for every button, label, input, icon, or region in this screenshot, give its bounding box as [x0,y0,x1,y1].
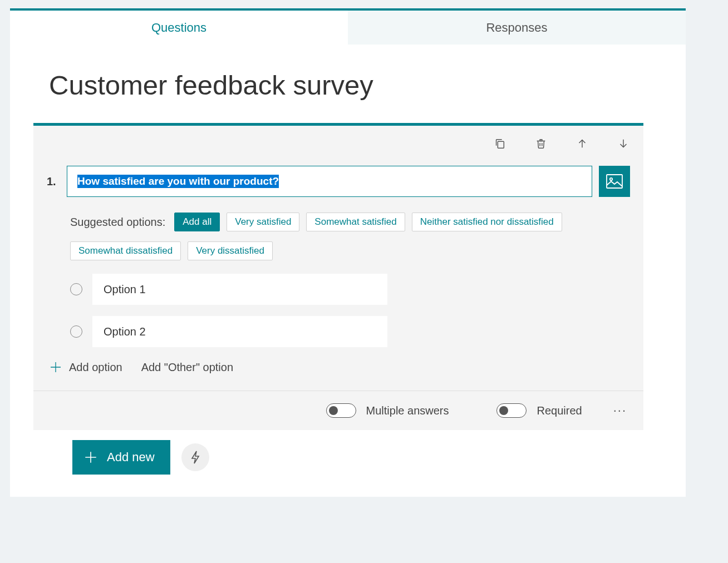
add-new-row: Add new [49,430,655,497]
lightning-icon [189,450,201,465]
add-option-label: Add option [69,361,122,374]
suggested-chip[interactable]: Somewhat dissatisfied [70,241,181,260]
delete-icon[interactable] [534,137,548,150]
required-toggle-group: Required [496,403,582,418]
image-icon [606,174,623,189]
question-footer: Multiple answers Required ··· [33,391,643,430]
multiple-answers-toggle[interactable] [326,403,356,418]
copy-icon[interactable] [493,137,506,150]
tab-questions[interactable]: Questions [10,11,348,45]
required-toggle[interactable] [496,403,527,418]
option-input[interactable]: Option 1 [92,274,387,305]
add-new-button[interactable]: Add new [72,440,170,475]
tab-bar: Questions Responses [10,8,686,45]
multiple-answers-label: Multiple answers [366,404,449,417]
option-input[interactable]: Option 2 [92,316,387,347]
add-image-button[interactable] [599,166,630,197]
multiple-answers-toggle-group: Multiple answers [326,403,449,418]
add-new-label: Add new [107,450,155,465]
suggested-chip[interactable]: Very satisfied [227,213,299,231]
question-row: 1. How satisfied are you with our produc… [33,166,643,197]
options-list: Option 1 Option 2 [33,266,643,347]
option-row: Option 1 [70,274,643,305]
question-text-input[interactable]: How satisfied are you with our product? [67,166,592,197]
form-title[interactable]: Customer feedback survey [49,70,655,101]
suggested-chip[interactable]: Very dissatisfied [188,241,273,260]
option-text: Option 1 [104,283,146,296]
add-all-button[interactable]: Add all [174,213,220,231]
svg-point-2 [610,178,612,180]
required-label: Required [537,404,582,417]
move-up-icon[interactable] [575,137,589,150]
radio-icon [70,325,82,338]
suggested-chip[interactable]: Neither satisfied nor dissatisfied [412,213,562,231]
question-toolbar [33,137,643,150]
svg-rect-0 [498,141,504,148]
plus-icon [49,360,62,374]
more-options-icon[interactable]: ··· [613,403,627,418]
form-editor-card: Questions Responses Customer feedback su… [10,8,686,497]
plus-icon [83,450,98,465]
radio-icon [70,283,82,295]
tab-questions-label: Questions [151,21,206,35]
tab-responses[interactable]: Responses [348,11,686,45]
tab-responses-label: Responses [486,21,547,35]
add-other-label: Add "Other" option [141,361,233,374]
question-number: 1. [47,175,60,188]
suggested-chip[interactable]: Somewhat satisfied [306,213,405,231]
suggested-options: Suggested options: Add all Very satisfie… [33,197,643,266]
add-options-row: Add option Add "Other" option [33,358,643,391]
option-row: Option 2 [70,316,643,347]
question-card: 1. How satisfied are you with our produc… [33,123,643,430]
add-other-option-button[interactable]: Add "Other" option [141,361,233,374]
option-text: Option 2 [104,325,146,338]
content-area: Customer feedback survey 1. [10,45,686,497]
add-option-button[interactable]: Add option [49,360,122,374]
svg-rect-1 [607,175,622,188]
suggested-label: Suggested options: [70,216,165,229]
question-text-selected: How satisfied are you with our product? [77,175,279,188]
move-down-icon[interactable] [617,137,630,150]
suggestions-button[interactable] [181,443,209,471]
